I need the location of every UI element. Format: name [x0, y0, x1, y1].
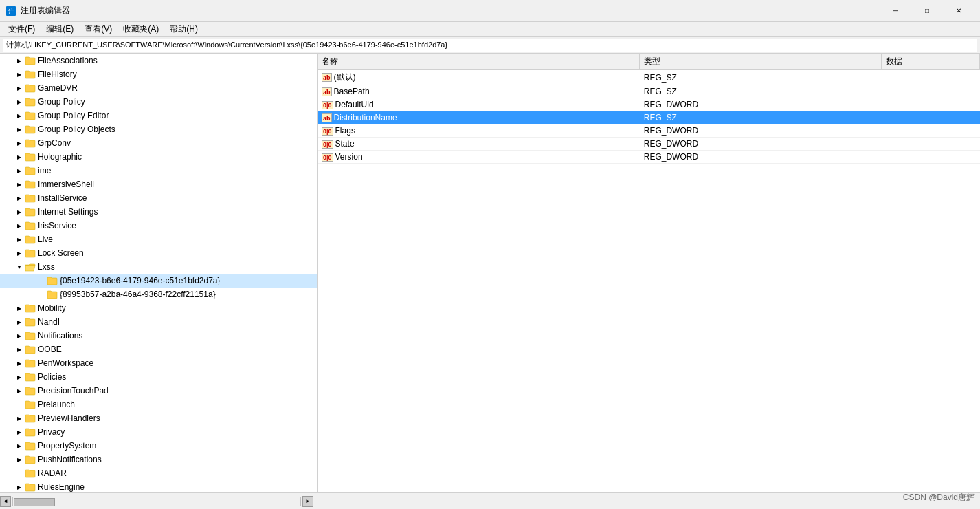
folder-icon: [25, 97, 36, 107]
expand-arrow[interactable]: [14, 220, 25, 231]
expand-arrow[interactable]: [14, 454, 25, 465]
tree-item-lockscreen[interactable]: Lock Screen: [0, 246, 317, 260]
expand-arrow[interactable]: [14, 303, 25, 314]
close-button[interactable]: ✕: [943, 0, 975, 22]
tree-item-installservice[interactable]: InstallService: [0, 191, 317, 205]
tree-item-holographic[interactable]: Holographic: [0, 150, 317, 164]
expand-arrow[interactable]: [14, 193, 25, 204]
expand-arrow[interactable]: [14, 371, 25, 382]
tree-item-precisiontouchpad[interactable]: PrecisionTouchPad: [0, 384, 317, 398]
expand-arrow[interactable]: [14, 110, 25, 121]
tree-item-sub2[interactable]: {89953b57-a2ba-46a4-9368-f22cff21151a}: [0, 288, 317, 301]
tree-item-grouppolicy[interactable]: Group Policy: [0, 95, 317, 109]
expand-arrow[interactable]: [14, 426, 25, 437]
tree-item-privacy[interactable]: Privacy: [0, 425, 317, 439]
expand-arrow[interactable]: [14, 179, 25, 190]
menu-edit[interactable]: 编辑(E): [41, 22, 79, 36]
tree-item-live[interactable]: Live: [0, 232, 317, 246]
expand-arrow: [14, 468, 25, 479]
expand-arrow[interactable]: [14, 248, 25, 259]
expand-arrow[interactable]: [14, 440, 25, 451]
tree-label: RADAR: [38, 468, 67, 478]
expand-arrow[interactable]: [14, 138, 25, 149]
table-row[interactable]: 0|0DefaultUidREG_DWORD: [318, 98, 980, 111]
folder-icon: [25, 345, 36, 354]
reg-data-cell: [882, 98, 980, 111]
folder-icon: [25, 166, 36, 175]
tree-item-radar[interactable]: RADAR: [0, 466, 317, 480]
maximize-button[interactable]: □: [911, 0, 943, 22]
table-row[interactable]: abBasePathREG_SZ: [318, 85, 980, 98]
tree-label: NandI: [38, 317, 60, 327]
reg-name-text: Version: [335, 152, 363, 162]
table-row[interactable]: 0|0VersionREG_DWORD: [318, 151, 980, 164]
tree-panel[interactable]: FileAssociations FileHistory GameDVR Gro…: [0, 54, 318, 492]
h-scrollbar-thumb[interactable]: [14, 498, 55, 506]
tree-item-prelaunch[interactable]: Prelaunch: [0, 398, 317, 411]
tree-item-propertysystem[interactable]: PropertySystem: [0, 439, 317, 453]
tree-item-previewhandlers[interactable]: PreviewHandlers: [0, 411, 317, 425]
tree-item-lxss[interactable]: Lxss: [0, 260, 317, 274]
expand-arrow[interactable]: [14, 151, 25, 162]
menu-help[interactable]: 帮助(H): [164, 22, 203, 36]
tree-item-oobe[interactable]: OOBE: [0, 343, 317, 356]
h-scrollbar-track[interactable]: [12, 497, 301, 506]
tree-item-rulesengine[interactable]: RulesEngine: [0, 480, 317, 492]
expand-arrow[interactable]: [14, 481, 25, 492]
expand-arrow[interactable]: [14, 96, 25, 107]
expand-arrow[interactable]: [14, 165, 25, 176]
expand-arrow[interactable]: [14, 330, 25, 341]
tree-item-ime[interactable]: ime: [0, 164, 317, 177]
tree-item-irisservice[interactable]: IrisService: [0, 219, 317, 232]
tree-item-mobility[interactable]: Mobility: [0, 301, 317, 315]
tree-item-sub1[interactable]: {05e19423-b6e6-4179-946e-c51e1bfd2d7a}: [0, 274, 317, 288]
title-bar: 注 注册表编辑器 ─ □ ✕: [0, 0, 980, 22]
folder-icon: [25, 235, 36, 244]
tree-item-gamedvr[interactable]: GameDVR: [0, 81, 317, 95]
col-type-header: 类型: [640, 54, 882, 70]
tree-item-penworkspace[interactable]: PenWorkspace: [0, 356, 317, 370]
folder-icon: [25, 400, 36, 409]
folder-icon: [25, 455, 36, 464]
expand-arrow[interactable]: [14, 413, 25, 424]
expand-arrow[interactable]: [14, 124, 25, 135]
tree-item-internetsettings[interactable]: Internet Settings: [0, 205, 317, 219]
expand-arrow[interactable]: [14, 358, 25, 369]
tree-item-nandi[interactable]: NandI: [0, 315, 317, 329]
menu-file[interactable]: 文件(F): [3, 22, 41, 36]
minimize-button[interactable]: ─: [880, 0, 911, 22]
address-input[interactable]: [3, 39, 977, 52]
tree-item-filehistory[interactable]: FileHistory: [0, 67, 317, 81]
folder-icon: [25, 248, 36, 258]
tree-item-policies[interactable]: Policies: [0, 370, 317, 384]
expand-arrow-lxss[interactable]: [14, 261, 25, 272]
tree-item-immersiveshell[interactable]: ImmersiveShell: [0, 177, 317, 191]
expand-arrow[interactable]: [14, 206, 25, 217]
menu-favorites[interactable]: 收藏夹(A): [118, 22, 164, 36]
tree-item-fileassociations[interactable]: FileAssociations: [0, 54, 317, 67]
expand-arrow[interactable]: [14, 234, 25, 245]
expand-arrow[interactable]: [14, 344, 25, 355]
expand-arrow[interactable]: [14, 83, 25, 94]
expand-arrow[interactable]: [14, 316, 25, 327]
table-row[interactable]: 0|0StateREG_DWORD: [318, 138, 980, 151]
app-icon: 注: [5, 6, 16, 17]
tree-item-grouppolicyeditor[interactable]: Group Policy Editor: [0, 109, 317, 122]
expand-arrow[interactable]: [14, 55, 25, 66]
watermark: CSDN @David唐辉: [903, 492, 975, 503]
menu-view[interactable]: 查看(V): [79, 22, 118, 36]
expand-arrow[interactable]: [14, 69, 25, 80]
table-row[interactable]: abDistributionNameREG_SZ: [318, 111, 980, 124]
table-row[interactable]: 0|0FlagsREG_DWORD: [318, 124, 980, 138]
expand-arrow[interactable]: [14, 385, 25, 396]
tree-item-notifications[interactable]: Notifications: [0, 329, 317, 343]
reg-dword-icon: 0|0: [322, 140, 333, 149]
tree-item-grouppolicyobjects[interactable]: Group Policy Objects: [0, 122, 317, 136]
scroll-right-button[interactable]: ►: [302, 496, 313, 507]
tree-item-grpconv[interactable]: GrpConv: [0, 136, 317, 150]
folder-icon: [25, 303, 36, 313]
scroll-left-button[interactable]: ◄: [0, 496, 11, 507]
tree-item-pushnotifications[interactable]: PushNotifications: [0, 453, 317, 466]
table-row[interactable]: ab(默认)REG_SZ: [318, 70, 980, 85]
folder-icon: [25, 441, 36, 451]
